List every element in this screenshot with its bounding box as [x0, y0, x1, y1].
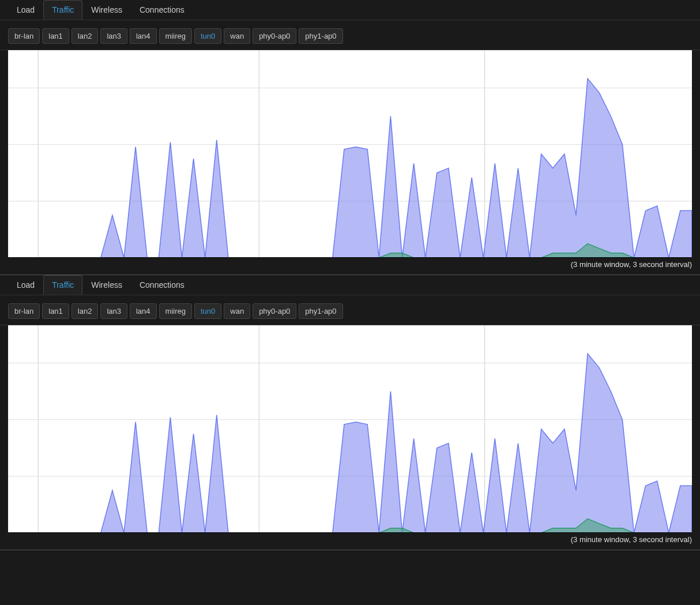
- tab-traffic[interactable]: Traffic: [43, 275, 82, 295]
- section-tabs: LoadTrafficWirelessConnections: [0, 275, 700, 295]
- iface-phy1-ap0[interactable]: phy1-ap0: [299, 28, 343, 44]
- iface-lan2[interactable]: lan2: [71, 28, 99, 44]
- iface-tun0[interactable]: tun0: [194, 28, 221, 44]
- iface-br-lan[interactable]: br-lan: [8, 303, 40, 319]
- iface-br-lan[interactable]: br-lan: [8, 28, 40, 44]
- traffic-chart: [8, 325, 692, 533]
- iface-lan3[interactable]: lan3: [100, 303, 127, 319]
- iface-lan4[interactable]: lan4: [130, 303, 157, 319]
- tab-load[interactable]: Load: [8, 0, 43, 20]
- iface-lan3[interactable]: lan3: [100, 28, 127, 44]
- iface-phy0-ap0[interactable]: phy0-ap0: [253, 28, 296, 44]
- tab-connections[interactable]: Connections: [131, 275, 193, 295]
- iface-wan[interactable]: wan: [224, 28, 250, 44]
- iface-tun0[interactable]: tun0: [194, 303, 221, 319]
- tab-wireless[interactable]: Wireless: [82, 275, 131, 295]
- series-inbound: [8, 354, 692, 533]
- iface-lan2[interactable]: lan2: [71, 303, 99, 319]
- traffic-panel: LoadTrafficWirelessConnectionsbr-lanlan1…: [0, 0, 700, 275]
- interface-tabs: br-lanlan1lan2lan3lan4miiregtun0wanphy0-…: [0, 295, 700, 325]
- iface-miireg[interactable]: miireg: [159, 28, 192, 44]
- section-tabs: LoadTrafficWirelessConnections: [0, 0, 700, 20]
- tab-wireless[interactable]: Wireless: [82, 0, 131, 20]
- iface-phy1-ap0[interactable]: phy1-ap0: [299, 303, 343, 319]
- chart-svg: [8, 50, 692, 258]
- iface-lan1[interactable]: lan1: [42, 303, 69, 319]
- chart-svg: [8, 325, 692, 533]
- interface-tabs: br-lanlan1lan2lan3lan4miiregtun0wanphy0-…: [0, 20, 700, 50]
- tab-traffic[interactable]: Traffic: [43, 0, 82, 20]
- iface-lan1[interactable]: lan1: [42, 28, 69, 44]
- iface-wan[interactable]: wan: [224, 303, 250, 319]
- tab-connections[interactable]: Connections: [131, 0, 193, 20]
- chart-caption: (3 minute window, 3 second interval): [0, 534, 700, 547]
- traffic-panel: LoadTrafficWirelessConnectionsbr-lanlan1…: [0, 275, 700, 550]
- iface-phy0-ap0[interactable]: phy0-ap0: [253, 303, 296, 319]
- series-inbound: [8, 78, 692, 258]
- iface-miireg[interactable]: miireg: [159, 303, 192, 319]
- iface-lan4[interactable]: lan4: [130, 28, 157, 44]
- traffic-chart: [8, 50, 692, 258]
- tab-load[interactable]: Load: [8, 275, 43, 295]
- chart-caption: (3 minute window, 3 second interval): [0, 259, 700, 272]
